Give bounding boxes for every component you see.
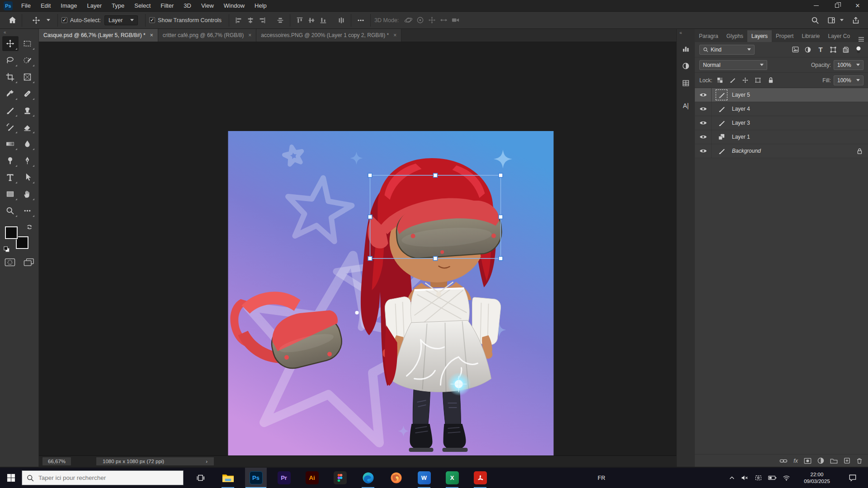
layer-mask-icon[interactable] [804, 458, 811, 464]
taskbar-word[interactable]: W [413, 468, 435, 488]
taskbar-search[interactable] [22, 470, 184, 485]
taskbar-edge[interactable] [357, 468, 379, 488]
opacity-field[interactable]: 100% [834, 60, 863, 70]
swap-colors-icon[interactable] [26, 224, 33, 230]
clone-stamp-tool[interactable] [19, 103, 36, 118]
more-tools[interactable] [19, 203, 36, 218]
dodge-tool[interactable] [2, 153, 19, 168]
menu-window[interactable]: Window [219, 0, 250, 12]
background-color-swatch[interactable] [16, 236, 28, 249]
dock-collapse-icon[interactable]: « [677, 29, 682, 37]
zoom-level-field[interactable]: 66,67% [42, 457, 71, 465]
tab-layers[interactable]: Layers [747, 30, 772, 42]
tab-libraries[interactable]: Librarie [797, 30, 824, 42]
adjustment-layer-icon[interactable] [817, 457, 824, 464]
layer-row-layer3[interactable]: Layer 3 [695, 116, 868, 130]
filter-shape-layers-icon[interactable] [828, 45, 838, 55]
menu-file[interactable]: File [16, 0, 36, 12]
task-view-button[interactable] [190, 468, 212, 488]
tray-expand-chevron-icon[interactable] [729, 475, 735, 481]
healing-brush-tool[interactable] [19, 86, 36, 101]
visibility-eye-icon[interactable] [695, 130, 712, 144]
filter-smart-objects-icon[interactable] [841, 45, 851, 55]
align-right-icon[interactable] [256, 14, 268, 27]
search-input[interactable] [38, 474, 170, 481]
wifi-icon[interactable] [783, 475, 790, 481]
eyedropper-tool[interactable] [2, 86, 19, 101]
status-chevron-icon[interactable]: › [206, 459, 208, 464]
info-table-icon[interactable] [680, 78, 691, 89]
color-icon[interactable] [680, 61, 691, 71]
align-center-h-icon[interactable] [245, 14, 256, 27]
auto-select-checkbox[interactable]: ✓ [61, 17, 67, 23]
tablet-mode-icon[interactable] [755, 474, 762, 481]
blend-mode-dropdown[interactable]: Normal [699, 60, 767, 70]
move-tool[interactable] [2, 36, 19, 51]
taskbar-excel[interactable]: X [441, 468, 463, 488]
menu-3d[interactable]: 3D [179, 0, 196, 12]
layer-filter-dropdown[interactable]: Kind [699, 45, 755, 55]
delete-layer-icon[interactable] [856, 457, 863, 464]
action-center-button[interactable] [844, 468, 862, 488]
foreground-color-swatch[interactable] [5, 226, 18, 239]
taskbar-figma[interactable] [329, 468, 351, 488]
path-selection-tool[interactable] [19, 170, 36, 185]
show-transform-checkbox[interactable]: ✓ [149, 17, 155, 23]
workspace-switcher[interactable] [827, 16, 844, 24]
filter-toggle-icon[interactable] [854, 45, 863, 55]
blur-tool[interactable] [19, 136, 36, 151]
minimize-button[interactable] [806, 0, 826, 12]
document-tab-accessoires[interactable]: accessoires.PNG @ 200% (Layer 1 copy 2, … [256, 29, 401, 42]
layer-thumbnail-copied-layer-icon[interactable] [716, 131, 727, 142]
tab-glyphs[interactable]: Glyphs [722, 30, 747, 42]
align-middle-icon[interactable] [306, 14, 317, 27]
visibility-eye-icon[interactable] [695, 144, 712, 158]
document-tab-critter-cafe[interactable]: critter café.png @ 66,7% (RGB/8)× [158, 29, 257, 42]
pen-tool[interactable] [19, 153, 36, 168]
search-icon[interactable] [811, 16, 819, 24]
menu-view[interactable]: View [196, 0, 219, 12]
brush-tool[interactable] [2, 103, 19, 118]
character-panel-icon[interactable]: A| [680, 100, 691, 111]
align-top-icon[interactable] [294, 14, 306, 27]
default-colors-icon[interactable] [3, 246, 10, 253]
layer-row-background[interactable]: Background [695, 144, 868, 158]
lock-artboard-icon[interactable] [753, 75, 763, 85]
close-tab-icon[interactable]: × [248, 32, 251, 38]
align-bottom-icon[interactable] [317, 14, 329, 27]
tab-paragraph[interactable]: Paragra [695, 30, 722, 42]
taskbar-acrobat[interactable] [469, 468, 491, 488]
move-tool-icon[interactable] [30, 14, 42, 27]
layer-thumbnail-brush-icon[interactable] [716, 145, 727, 156]
layer-group-icon[interactable] [830, 458, 838, 464]
taskbar-firefox[interactable] [385, 468, 407, 488]
visibility-eye-icon[interactable] [695, 116, 712, 130]
hand-tool[interactable] [19, 187, 36, 202]
type-tool[interactable] [2, 170, 19, 185]
lock-position-icon[interactable] [741, 75, 750, 85]
eraser-tool[interactable] [19, 120, 36, 135]
taskbar-premiere[interactable]: Pr [273, 468, 295, 488]
menu-layer[interactable]: Layer [82, 0, 107, 12]
history-brush-tool[interactable] [2, 120, 19, 135]
more-options-icon[interactable] [355, 14, 367, 27]
start-button[interactable] [0, 468, 22, 488]
visibility-eye-icon[interactable] [695, 102, 712, 116]
document-info[interactable]: 1080 px x 1080 px (72 ppi) › [96, 457, 214, 465]
align-left-icon[interactable] [233, 14, 245, 27]
quick-mask-icon[interactable] [5, 258, 15, 267]
taskbar-file-explorer[interactable] [217, 468, 239, 488]
taskbar-illustrator[interactable]: Ai [301, 468, 323, 488]
auto-select-dropdown[interactable]: Layer [104, 15, 138, 25]
link-layers-icon[interactable] [779, 458, 788, 464]
filter-adjustment-layers-icon[interactable] [803, 45, 813, 55]
menu-edit[interactable]: Edit [36, 0, 56, 12]
screen-mode-icon[interactable] [24, 258, 34, 267]
filter-pixel-layers-icon[interactable] [790, 45, 800, 55]
close-button[interactable]: ✕ [847, 0, 868, 12]
panel-menu-icon[interactable] [854, 37, 868, 42]
menu-filter[interactable]: Filter [156, 0, 179, 12]
battery-icon[interactable] [768, 475, 777, 481]
toolbar-collapse-icon[interactable]: « [0, 29, 38, 36]
layer-thumbnail-brush-icon[interactable] [716, 89, 727, 100]
